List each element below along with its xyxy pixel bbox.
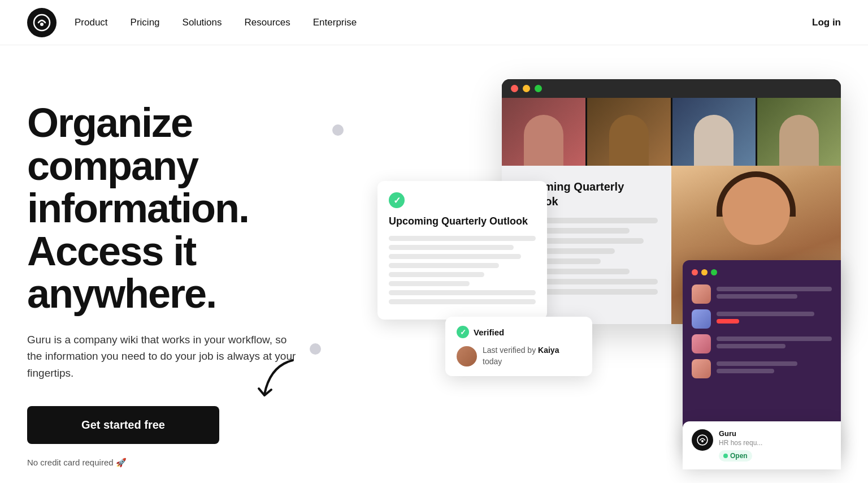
svg-point-3 (701, 440, 704, 442)
slack-avatar-2 (692, 309, 711, 329)
login-link[interactable]: Log in (812, 17, 841, 28)
nav-item-enterprise[interactable]: Enterprise (313, 17, 357, 28)
slack-dot-yellow (701, 269, 708, 275)
verified-card: ✓ Verified Last verified by Kaiya today (445, 317, 592, 376)
slack-dot-green (711, 269, 717, 275)
slack-avatar-1 (692, 284, 711, 304)
video-participant-1 (502, 98, 585, 166)
video-participant-3 (672, 98, 756, 166)
hero-section: Organize company information. Access it … (0, 45, 868, 483)
slack-row-1 (692, 284, 832, 304)
video-participant-2 (587, 98, 671, 166)
hero-illustration: Upcoming Quarterly Outlook (377, 79, 841, 475)
decorative-arrow (253, 355, 304, 411)
titlebar-dot-yellow (523, 85, 530, 92)
decorative-dot-bottom (310, 343, 321, 355)
titlebar-dot-red (511, 85, 518, 92)
no-credit-card-label: No credit card required 🚀 (27, 458, 355, 468)
slack-titlebar (692, 269, 832, 275)
nav-links: Product Pricing Solutions Resources Ente… (75, 17, 812, 28)
bot-title: Guru (719, 429, 832, 438)
slack-avatar-3 (692, 334, 711, 353)
avatar (457, 346, 477, 366)
nav-item-product[interactable]: Product (75, 17, 108, 28)
bot-logo-icon (692, 429, 713, 451)
slack-row-4 (692, 359, 832, 378)
nav-item-solutions[interactable]: Solutions (183, 17, 222, 28)
doc-check-icon: ✓ (389, 192, 405, 208)
navbar: Product Pricing Solutions Resources Ente… (0, 0, 868, 45)
verified-text: Last verified by Kaiya today (483, 345, 559, 367)
verified-body: Last verified by Kaiya today (457, 345, 581, 367)
slack-row-2 (692, 309, 832, 329)
hero-left: Organize company information. Access it … (27, 79, 355, 468)
cta-button[interactable]: Get started free (27, 406, 219, 444)
verified-header: ✓ Verified (457, 326, 581, 338)
titlebar-dot-green (535, 85, 542, 92)
verified-label: Verified (474, 327, 504, 337)
nav-item-resources[interactable]: Resources (245, 17, 290, 28)
svg-point-1 (40, 23, 44, 26)
nav-item-pricing[interactable]: Pricing (131, 17, 160, 28)
document-card: ✓ Upcoming Quarterly Outlook (377, 181, 547, 320)
video-participant-4 (757, 98, 841, 166)
video-titlebar (502, 79, 841, 98)
bot-notification-card: Guru HR hos requ... Open (683, 421, 841, 469)
slack-dot-red (692, 269, 698, 275)
slack-avatar-4 (692, 359, 711, 378)
bot-subtitle: HR hos requ... (719, 439, 832, 447)
slack-row-3 (692, 334, 832, 353)
bot-status-badge: Open (719, 450, 752, 462)
bot-text: Guru HR hos requ... Open (719, 429, 832, 462)
verified-check-icon: ✓ (457, 326, 469, 338)
hero-headline: Organize company information. Access it … (27, 102, 355, 316)
video-grid (502, 98, 841, 166)
logo[interactable] (27, 8, 57, 37)
decorative-dot-top (332, 124, 344, 136)
doc-card-title: Upcoming Quarterly Outlook (389, 215, 536, 228)
